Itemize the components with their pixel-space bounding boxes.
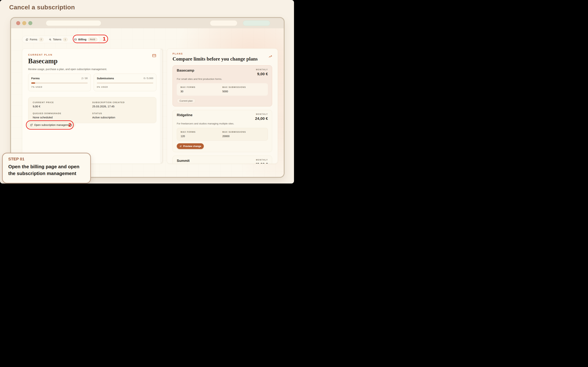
traffic-lights <box>16 21 32 25</box>
plan-basecamp-name: Basecamp <box>177 68 194 73</box>
plan-basecamp-price: 9,00 € <box>256 72 268 76</box>
subscription-details: CURRENT PRICE 9,00 € SUBSCRIPTION CREATE… <box>28 97 156 123</box>
usage-box-forms: Forms 2 / 30 7% USED <box>28 74 91 91</box>
plan-card-summit: Summit MONTHLY 49,00 € <box>173 156 272 164</box>
step-callout-number: STEP 01 <box>8 157 85 161</box>
plans-title: Compare limits before you change plans <box>173 56 272 62</box>
detail-status: STATUS Active subscription <box>92 112 152 119</box>
usage-forms-progressbar <box>31 82 88 84</box>
plan-card-basecamp: Basecamp MONTHLY 9,00 € For small sites … <box>173 65 272 106</box>
usage-submissions-label: Submissions <box>97 77 114 80</box>
current-plan-name: Basecamp <box>28 57 58 65</box>
tab-tokens[interactable]: Tokens 1 <box>49 38 68 42</box>
tab-forms-label: Forms <box>30 38 37 41</box>
zoom-window-button[interactable] <box>28 21 32 25</box>
swap-arrows-icon <box>179 145 182 148</box>
annotation-ring-2: 2 <box>26 120 74 130</box>
preview-change-label: Preview change <box>183 145 201 148</box>
tokens-sparkle-icon <box>49 38 52 41</box>
tab-forms[interactable]: Forms 2 <box>26 38 43 42</box>
plan-basecamp-limits: MAX FORMS 30 MAX SUBMISSIONS 5000 <box>177 83 268 96</box>
minimize-window-button[interactable] <box>22 21 26 25</box>
forms-copy-icon <box>26 38 28 41</box>
forms-count-badge: 2 <box>39 38 43 42</box>
plan-basecamp-period: MONTHLY <box>256 68 268 71</box>
trending-up-icon <box>268 55 272 58</box>
current-plan-card: CURRENT PLAN Basecamp Review usage, purc… <box>22 49 163 164</box>
plan-summit-period: MONTHLY <box>255 159 268 161</box>
header-action-pill[interactable] <box>210 20 237 26</box>
tab-tokens-label: Tokens <box>53 38 61 41</box>
plan-ridgeline-limits: MAX FORMS 120 MAX SUBMISSIONS 20000 <box>177 128 268 141</box>
detail-queued-downgrade: QUEUED DOWNGRADE None scheduled <box>33 112 92 119</box>
plan-summit-price: 49,00 € <box>255 162 268 164</box>
step-callout-text: Open the billing page and open the subsc… <box>8 163 88 177</box>
current-plan-description: Review usage, purchase a plan, and open … <box>28 68 156 71</box>
usage-submissions-used: 0% USED <box>97 86 153 88</box>
vertical-scrollbar[interactable] <box>160 49 163 164</box>
plan-summit-name: Summit <box>177 159 190 163</box>
page-title: Cancel a subscription <box>9 4 75 11</box>
plan-ridgeline-period: MONTHLY <box>255 113 268 115</box>
usage-forms-value: 2 / 30 <box>81 77 88 80</box>
plans-eyebrow: PLANS <box>173 52 272 55</box>
close-window-button[interactable] <box>16 21 20 25</box>
address-bar[interactable] <box>46 20 101 26</box>
preview-change-button[interactable]: Preview change <box>177 143 204 149</box>
tokens-count-badge: 1 <box>63 38 68 42</box>
annotation-marker-1: 1 <box>103 36 106 42</box>
detail-subscription-created: SUBSCRIPTION CREATED 25.03.2026, 17:45 <box>92 101 152 108</box>
detail-current-price: CURRENT PRICE 9,00 € <box>33 101 92 108</box>
annotation-ring-1: 1 <box>73 35 108 43</box>
usage-submissions-value: 0 / 5.000 <box>144 77 153 80</box>
step-callout: STEP 01 Open the billing page and open t… <box>2 153 91 184</box>
annotation-marker-2: 2 <box>68 122 71 128</box>
usage-submissions-progressbar <box>97 82 153 84</box>
plan-basecamp-description: For small sites and first production for… <box>177 78 268 80</box>
plan-ridgeline-description: For freelancers and studios managing mul… <box>177 122 268 125</box>
current-plan-eyebrow: CURRENT PLAN <box>28 53 58 56</box>
browser-chrome <box>11 18 284 28</box>
tutorial-page: Cancel a subscription Forms 2 <box>0 0 294 184</box>
usage-forms-used: 7% USED <box>31 86 88 88</box>
credit-card-icon <box>152 53 156 58</box>
usage-forms-label: Forms <box>31 77 40 80</box>
plan-card-ridgeline: Ridgeline MONTHLY 24,00 € For freelancer… <box>173 110 272 152</box>
plans-panel: PLANS Compare limits before you change p… <box>167 49 278 164</box>
plan-ridgeline-price: 24,00 € <box>255 116 268 121</box>
usage-box-submissions: Submissions 0 / 5.000 0% USED <box>94 74 156 91</box>
plan-ridgeline-name: Ridgeline <box>177 113 193 117</box>
current-plan-pill: Current plan <box>177 98 196 103</box>
header-account-pill[interactable] <box>243 20 270 26</box>
